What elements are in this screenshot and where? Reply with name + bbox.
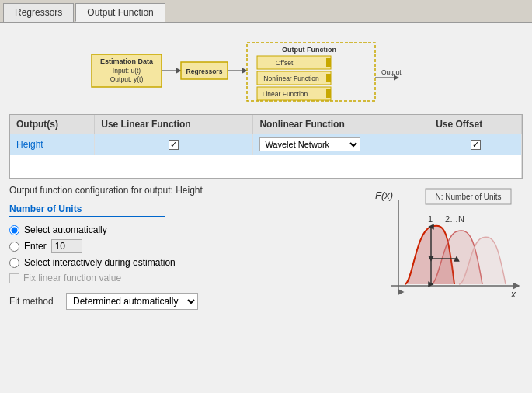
tab-bar: Regressors Output Function bbox=[0, 0, 532, 23]
cell-output-name: Height bbox=[10, 134, 95, 155]
svg-text:Nonlinear Function: Nonlinear Function bbox=[263, 75, 319, 82]
svg-rect-12 bbox=[326, 58, 331, 67]
svg-text:2…N: 2…N bbox=[445, 214, 464, 224]
radio-group: Select automatically Enter 10 Select int… bbox=[9, 224, 360, 268]
config-left: Output function configuration for output… bbox=[9, 185, 360, 310]
svg-rect-10 bbox=[257, 56, 331, 69]
wavelet-chart: F(x) N: Number of Units 1 2…N x bbox=[367, 185, 523, 305]
radio-interactive[interactable]: Select interactively during estimation bbox=[9, 257, 360, 268]
svg-text:Output: y(t): Output: y(t) bbox=[110, 75, 143, 83]
chart-area: F(x) N: Number of Units 1 2…N x bbox=[367, 185, 523, 308]
output-table: Output(s) Use Linear Function Nonlinear … bbox=[9, 114, 523, 179]
svg-text:Input: u(t): Input: u(t) bbox=[112, 67, 141, 75]
content-area: Estimation Data Input: u(t) Output: y(t)… bbox=[0, 23, 532, 393]
radio-enter[interactable]: Enter 10 bbox=[9, 239, 360, 253]
radio-auto[interactable]: Select automatically bbox=[9, 224, 360, 235]
tab-output-function[interactable]: Output Function bbox=[75, 3, 165, 22]
diagram-area: Estimation Data Input: u(t) Output: y(t)… bbox=[9, 30, 523, 108]
enter-value-input[interactable]: 10 bbox=[51, 239, 82, 253]
tab-regressors[interactable]: Regressors bbox=[3, 3, 74, 22]
radio-interactive-input[interactable] bbox=[9, 258, 19, 268]
fit-method-row: Fit method Determined automatically Leas… bbox=[9, 293, 360, 310]
block-diagram: Estimation Data Input: u(t) Output: y(t)… bbox=[80, 35, 453, 105]
cell-nonlinear-function[interactable]: Wavelet Network Sigmoid Network Custom N… bbox=[253, 134, 429, 155]
svg-text:Output: Output bbox=[381, 68, 402, 76]
fix-linear-label: Fix linear function value bbox=[23, 273, 121, 283]
use-linear-checkbox[interactable]: ✓ bbox=[169, 140, 179, 150]
table-row[interactable]: Height ✓ Wavelet Network Sigmoid Network… bbox=[10, 134, 522, 155]
radio-enter-input[interactable] bbox=[9, 242, 19, 252]
fix-linear-row: Fix linear function value bbox=[9, 273, 360, 283]
radio-auto-input[interactable] bbox=[9, 225, 19, 235]
svg-rect-18 bbox=[326, 89, 331, 98]
radio-auto-label: Select automatically bbox=[24, 224, 107, 235]
svg-text:F(x): F(x) bbox=[375, 190, 393, 201]
svg-rect-15 bbox=[326, 74, 331, 82]
svg-text:Estimation Data: Estimation Data bbox=[99, 57, 153, 65]
number-of-units-label: Number of Units bbox=[9, 203, 165, 217]
cell-use-offset[interactable]: ✓ bbox=[429, 134, 522, 155]
svg-text:Regressors: Regressors bbox=[186, 68, 222, 75]
col-header-outputs: Output(s) bbox=[10, 115, 95, 134]
use-offset-checkbox[interactable]: ✓ bbox=[471, 140, 481, 150]
cell-use-linear[interactable]: ✓ bbox=[95, 134, 253, 155]
svg-text:x: x bbox=[510, 289, 516, 300]
svg-text:Output Function: Output Function bbox=[282, 46, 336, 54]
nonlinear-function-select[interactable]: Wavelet Network Sigmoid Network Custom N… bbox=[259, 137, 360, 151]
config-section: Output function configuration for output… bbox=[9, 185, 523, 310]
svg-text:Offset: Offset bbox=[275, 59, 293, 67]
fit-method-select[interactable]: Determined automatically Least squares G… bbox=[66, 293, 198, 310]
radio-interactive-label: Select interactively during estimation bbox=[24, 257, 176, 268]
fix-linear-checkbox bbox=[9, 273, 19, 283]
fit-method-label: Fit method bbox=[9, 296, 60, 307]
main-container: Regressors Output Function Estimation Da… bbox=[0, 0, 532, 393]
radio-enter-label: Enter bbox=[24, 241, 47, 252]
svg-text:Linear Function: Linear Function bbox=[262, 90, 308, 98]
col-header-offset: Use Offset bbox=[429, 115, 522, 134]
svg-text:1: 1 bbox=[428, 214, 433, 224]
col-header-nonlinear: Nonlinear Function bbox=[253, 115, 429, 134]
svg-text:N: Number of Units: N: Number of Units bbox=[435, 193, 501, 201]
col-header-linear: Use Linear Function bbox=[95, 115, 253, 134]
config-title: Output function configuration for output… bbox=[9, 185, 360, 196]
table-empty-row bbox=[10, 155, 522, 178]
